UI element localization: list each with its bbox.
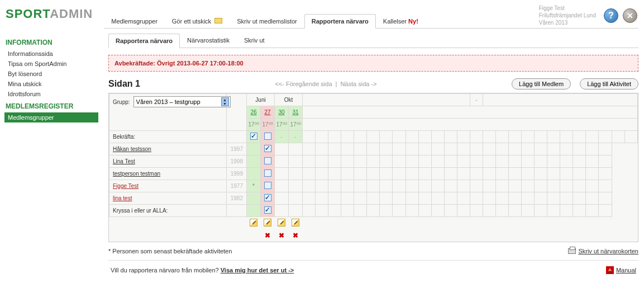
add-activity-button[interactable]: Lägg till Aktivitet (580, 78, 638, 89)
pdf-icon: A (606, 266, 614, 274)
tab-utskick[interactable]: Gör ett utskick (165, 14, 230, 28)
edit-icon[interactable] (278, 219, 285, 227)
group-label: Grupp: (113, 99, 130, 105)
subtab-rapportera[interactable]: Rapportera närvaro (108, 34, 180, 48)
help-button[interactable]: ? (604, 8, 618, 23)
delete-icon[interactable]: ✖ (264, 232, 271, 239)
sidebar-heading-information: INFORMATION (6, 39, 98, 46)
stepper-icon[interactable]: ▲▼ (221, 97, 229, 106)
pager: <<- Föregående sida|Nästa sida -> (149, 81, 503, 87)
person-row: testperson testman 1999 (109, 168, 638, 180)
mobile-question: Vill du rapportera närvaro från mobilen? (111, 267, 219, 274)
alert-box: Avbekräftade: Övrigt 2013-06-27 17:00-18… (108, 55, 638, 72)
subtab-statistik[interactable]: Närvarostatistik (180, 33, 237, 48)
edit-icon[interactable] (264, 219, 271, 227)
person-name[interactable]: lina test (113, 195, 132, 201)
edit-icon[interactable] (292, 219, 299, 227)
all-label: Kryssa i eller ur ALLA: (109, 205, 227, 217)
att-0-27[interactable] (264, 145, 271, 152)
delete-icon[interactable]: ✖ (278, 232, 285, 239)
group-input[interactable] (136, 98, 220, 105)
placeholder-dash: - (470, 94, 483, 106)
check-all[interactable] (264, 206, 271, 214)
user-info: Figge Test Friluftsfrämjandet Lund Våren… (539, 4, 596, 26)
sidebar-item-medlemsgrupper[interactable]: Medlemsgrupper (4, 112, 98, 122)
confirm-label: Bekräfta: (109, 131, 227, 143)
sidebar-item-informationssida[interactable]: Informationssida (4, 49, 98, 59)
att-1-27[interactable] (264, 157, 271, 164)
att-2-27[interactable] (264, 169, 271, 177)
att-4-27[interactable] (264, 194, 271, 201)
delete-icon[interactable]: ✖ (292, 232, 299, 239)
sidebar-item-idrottsforum[interactable]: Idrottsforum (4, 89, 98, 99)
footnote: * Personen som senast bekräftade aktivit… (108, 248, 232, 254)
pager-next[interactable]: Nästa sida -> (340, 81, 376, 87)
person-row: Figge Test 1977 * (109, 180, 638, 192)
sidebar: INFORMATION Informationssida Tipsa om Sp… (0, 29, 103, 282)
person-row: Håkan testsson 1997 (109, 143, 638, 155)
edit-icon[interactable] (250, 219, 257, 227)
confirm-27[interactable] (264, 133, 271, 140)
sidebar-item-mina-utskick[interactable]: Mina utskick (4, 79, 98, 89)
person-row: lina test 1982 (109, 192, 638, 205)
date-26[interactable]: 26 (247, 106, 261, 119)
tab-medlemsgrupper[interactable]: Medlemsgrupper (104, 14, 165, 28)
printer-icon (568, 248, 576, 254)
envelope-icon (214, 18, 222, 23)
manual-link[interactable]: A Manual (606, 266, 636, 274)
logo: SPORTADMIN (6, 4, 93, 28)
person-name[interactable]: Lina Test (113, 158, 135, 164)
confirm-26[interactable] (250, 133, 257, 140)
date-31[interactable]: 31 (289, 106, 303, 119)
sub-tabs: Rapportera närvaro Närvarostatistik Skri… (108, 33, 638, 48)
mobile-link[interactable]: Visa mig hur det ser ut -> (221, 267, 294, 274)
group-select[interactable]: ▲▼ (133, 96, 231, 107)
sidebar-item-tipsa[interactable]: Tipsa om SportAdmin (4, 59, 98, 69)
tab-kallelser[interactable]: Kallelser Ny! (376, 14, 426, 28)
add-member-button[interactable]: Lägg till Medlem (512, 78, 571, 89)
tab-rapportera[interactable]: Rapportera närvaro (304, 14, 376, 29)
subtab-skriv-ut[interactable]: Skriv ut (237, 33, 272, 48)
month-header-okt: Okt (275, 94, 303, 106)
person-row: Lina Test 1998 (109, 155, 638, 168)
person-name[interactable]: Figge Test (113, 183, 139, 189)
date-27[interactable]: 27 (261, 106, 275, 119)
person-name[interactable]: Håkan testsson (113, 146, 151, 152)
att-3-27[interactable] (264, 182, 271, 189)
sidebar-item-byt-losenord[interactable]: Byt lösenord (4, 69, 98, 79)
date-30[interactable]: 30 (275, 106, 289, 119)
month-header-juni: Juni (247, 94, 275, 106)
pager-prev[interactable]: <<- Föregående sida (275, 81, 332, 87)
page-title: Sidan 1 (108, 79, 140, 89)
print-link[interactable]: Skriv ut närvarokorten (568, 248, 638, 254)
attendance-grid: Grupp: ▲▼ Juni Okt - (109, 93, 638, 242)
close-button[interactable]: ✕ (623, 8, 637, 23)
sidebar-heading-medlemsregister: MEDLEMSREGISTER (6, 102, 98, 110)
person-name[interactable]: testperson testman (113, 171, 160, 177)
tab-skriv-ut[interactable]: Skriv ut medlemslistor (230, 14, 304, 28)
